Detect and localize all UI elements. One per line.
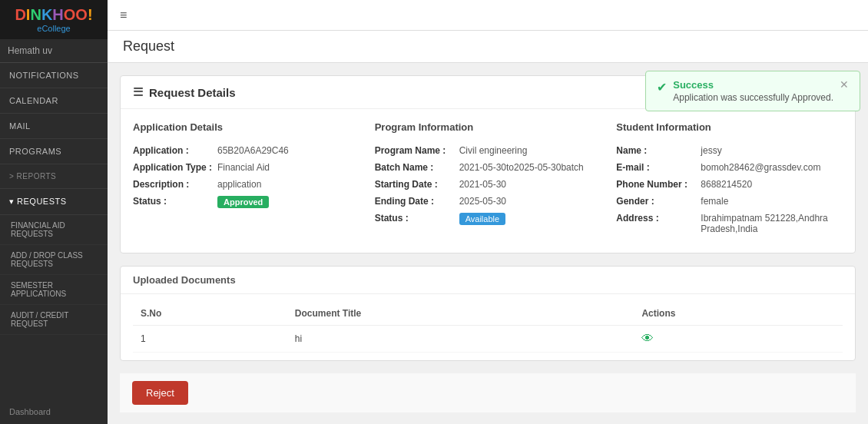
info-grid: Application Details Application : 65B20A…	[133, 121, 843, 240]
table-row: 1 hi 👁	[133, 326, 843, 353]
logo-subtext: eCollege	[6, 24, 101, 33]
student-info-section: Student Information Name : jessy E-mail …	[616, 121, 843, 240]
status-badge-available: Available	[459, 213, 505, 225]
batch-name-row: Batch Name : 2021-05-30to2025-05-30batch	[375, 162, 601, 173]
sidebar-item-notifications[interactable]: NOTIFICATIONS	[0, 63, 108, 88]
col-actions: Actions	[634, 302, 843, 326]
student-email-row: E-mail : bomoh28462@grassdev.com	[616, 162, 843, 173]
card-title: Request Details	[149, 86, 236, 99]
student-gender-value: female	[701, 196, 728, 207]
app-id-row: Application : 65B20A6A29C46	[133, 145, 359, 156]
row-actions: 👁	[634, 326, 843, 353]
app-type-row: Application Type : Financial Aid	[133, 162, 359, 173]
app-type-label: Application Type :	[133, 162, 217, 173]
app-status-row: Status : Approved	[133, 196, 359, 208]
start-date-value: 2021-05-30	[459, 179, 506, 190]
documents-body: S.No Document Title Actions 1 hi 👁	[121, 294, 855, 360]
sidebar-item-semester[interactable]: SEMESTER APPLICATIONS	[0, 275, 108, 305]
hamburger-icon[interactable]: ≡	[120, 8, 127, 22]
sidebar-item-calendar[interactable]: CALENDAR	[0, 88, 108, 114]
col-sno: S.No	[133, 302, 287, 326]
end-date-row: Ending Date : 2025-05-30	[375, 196, 601, 207]
documents-card: Uploaded Documents S.No Document Title A…	[120, 266, 856, 361]
batch-name-label: Batch Name :	[375, 162, 459, 173]
student-address-value: Ibrahimpatnam 521228,Andhra Pradesh,Indi…	[701, 213, 843, 234]
content-area: ✔ Success Application was successfully A…	[108, 63, 868, 424]
list-icon: ☰	[133, 85, 143, 99]
app-desc-row: Description : application	[133, 179, 359, 190]
program-name-row: Program Name : Civil engineering	[375, 145, 601, 156]
sidebar-item-mail[interactable]: MAIL	[0, 114, 108, 139]
student-email-label: E-mail :	[616, 162, 701, 173]
student-phone-label: Phone Number :	[616, 179, 701, 190]
app-status-label: Status :	[133, 196, 217, 208]
student-address-label: Address :	[616, 213, 701, 234]
documents-table: S.No Document Title Actions 1 hi 👁	[133, 302, 843, 353]
program-status-label: Status :	[375, 213, 459, 225]
start-date-row: Starting Date : 2021-05-30	[375, 179, 601, 190]
student-name-row: Name : jessy	[616, 145, 843, 156]
success-notification: ✔ Success Application was successfully A…	[645, 71, 860, 111]
chevron-down-icon: ▾	[9, 197, 15, 206]
documents-title: Uploaded Documents	[121, 267, 855, 294]
batch-name-value: 2021-05-30to2025-05-30batch	[459, 162, 584, 173]
student-address-row: Address : Ibrahimpatnam 521228,Andhra Pr…	[616, 213, 843, 234]
application-details-section: Application Details Application : 65B20A…	[133, 121, 359, 240]
student-phone-row: Phone Number : 8688214520	[616, 179, 843, 190]
student-name-label: Name :	[616, 145, 701, 156]
footer-bar: Reject	[120, 373, 856, 412]
card-body: Application Details Application : 65B20A…	[121, 109, 855, 253]
col-doc-title: Document Title	[287, 302, 634, 326]
sidebar: DINKHOO! eCollege Hemath uv NOTIFICATION…	[0, 0, 108, 424]
student-email-value: bomoh28462@grassdev.com	[701, 162, 820, 173]
program-name-label: Program Name :	[375, 145, 459, 156]
logo-text: DINKHOO!	[6, 6, 101, 24]
sidebar-item-financial-aid[interactable]: FINANCIAL AID REQUESTS	[0, 215, 108, 245]
student-info-title: Student Information	[616, 121, 843, 136]
close-icon[interactable]: ✕	[840, 79, 849, 90]
application-details-title: Application Details	[133, 121, 359, 136]
student-gender-row: Gender : female	[616, 196, 843, 207]
user-name: Hemath uv	[0, 39, 108, 63]
main-area: ≡ Request ✔ Success Application was succ…	[108, 0, 868, 424]
sidebar-item-reports[interactable]: > REPORTS	[0, 164, 108, 189]
page-header: Request	[108, 31, 868, 63]
student-gender-label: Gender :	[616, 196, 701, 207]
check-icon: ✔	[657, 80, 667, 94]
app-type-value: Financial Aid	[217, 162, 270, 173]
app-desc-label: Description :	[133, 179, 217, 190]
student-name-value: jessy	[701, 145, 721, 156]
program-info-section: Program Information Program Name : Civil…	[375, 121, 601, 240]
sidebar-item-add-drop[interactable]: ADD / DROP CLASS REQUESTS	[0, 245, 108, 275]
program-info-title: Program Information	[375, 121, 601, 136]
logo: DINKHOO! eCollege	[0, 0, 108, 39]
page-title: Request	[123, 38, 853, 55]
program-status-row: Status : Available	[375, 213, 601, 225]
view-icon[interactable]: 👁	[641, 332, 654, 345]
app-id-value: 65B20A6A29C46	[217, 145, 289, 156]
notification-message: Application was successfully Approved.	[673, 92, 833, 103]
status-badge-approved: Approved	[217, 196, 269, 208]
app-desc-value: application	[217, 179, 261, 190]
sidebar-item-requests[interactable]: ▾ REQUESTS	[0, 189, 108, 215]
program-name-value: Civil engineering	[459, 145, 528, 156]
row-sno: 1	[133, 326, 287, 353]
sidebar-item-audit-credit[interactable]: AUDIT / CREDIT REQUEST	[0, 305, 108, 335]
sidebar-item-programs[interactable]: PROGRAMS	[0, 139, 108, 164]
sidebar-item-dashboard[interactable]: Dashboard	[0, 399, 108, 424]
end-date-value: 2025-05-30	[459, 196, 506, 207]
end-date-label: Ending Date :	[375, 196, 459, 207]
notification-title: Success	[673, 79, 833, 91]
row-doc-title: hi	[287, 326, 634, 353]
notification-body: Success Application was successfully App…	[673, 79, 833, 103]
reject-button[interactable]: Reject	[132, 381, 188, 405]
app-id-label: Application :	[133, 145, 217, 156]
topbar: ≡	[108, 0, 868, 31]
start-date-label: Starting Date :	[375, 179, 459, 190]
student-phone-value: 8688214520	[701, 179, 752, 190]
